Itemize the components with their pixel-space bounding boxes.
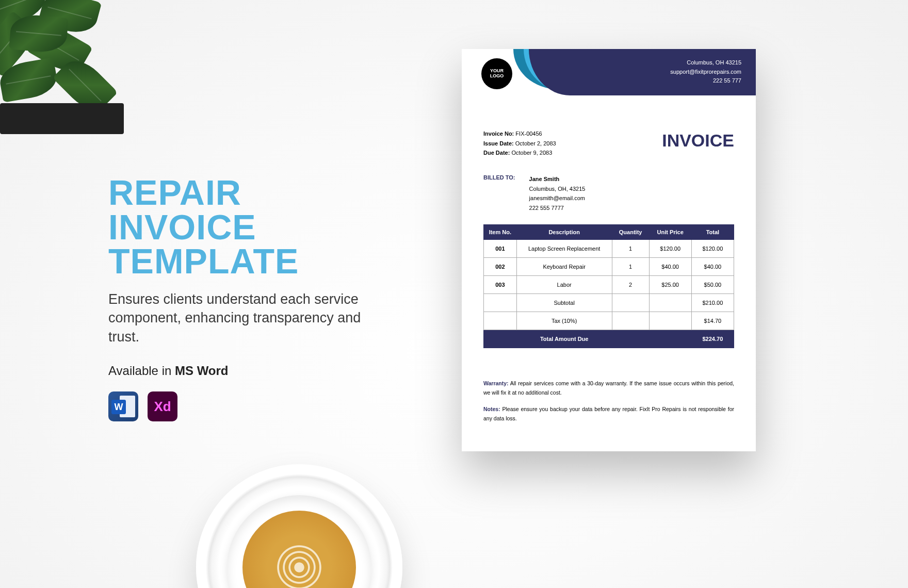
cell-total: $40.00: [691, 258, 734, 276]
coffee-decor: [196, 464, 402, 588]
cell-description: Laptop Screen Replacement: [516, 240, 612, 258]
company-info: Columbus, OH 43215 support@fixitprorepai…: [670, 58, 741, 86]
doc-header: YOUR LOGO Columbus, OH 43215 support@fix…: [462, 49, 756, 111]
promo-title: REPAIR INVOICE TEMPLATE: [108, 175, 377, 279]
subtotal-value: $210.00: [691, 294, 734, 312]
subtotal-row: Subtotal $210.00: [484, 294, 734, 312]
cell-description: Labor: [516, 276, 612, 294]
items-table: Item No. Description Quantity Unit Price…: [483, 224, 734, 348]
table-row: 002 Keyboard Repair 1 $40.00 $40.00: [484, 258, 734, 276]
col-unit-price: Unit Price: [649, 225, 691, 240]
logo-line2: LOGO: [490, 74, 504, 79]
cell-quantity: 1: [612, 258, 649, 276]
col-quantity: Quantity: [612, 225, 649, 240]
cell-total: $50.00: [691, 276, 734, 294]
promo-title-line1: REPAIR: [108, 173, 241, 212]
cell-item-no: 001: [484, 240, 517, 258]
available-prefix: Available in: [108, 364, 175, 378]
table-row: 003 Labor 2 $25.00 $50.00: [484, 276, 734, 294]
due-date-label: Due Date:: [483, 150, 510, 156]
tax-row: Tax (10%) $14.70: [484, 312, 734, 330]
promo-title-line3: TEMPLATE: [108, 241, 299, 281]
company-email: support@fixitprorepairs.com: [670, 68, 741, 77]
plant-decor: [0, 0, 155, 134]
billed-to: BILLED TO: Jane Smith Columbus, OH, 4321…: [483, 174, 585, 213]
billed-name: Jane Smith: [529, 176, 560, 182]
invoice-document: YOUR LOGO Columbus, OH 43215 support@fix…: [462, 49, 756, 451]
billed-addr: Columbus, OH, 43215: [529, 186, 586, 192]
company-phone: 222 55 777: [670, 76, 741, 86]
xd-icon: Xd: [148, 391, 177, 421]
available-in: Available in MS Word: [108, 364, 377, 378]
cell-unit-price: $25.00: [649, 276, 691, 294]
warranty-text: All repair services come with a 30-day w…: [483, 380, 734, 396]
col-description: Description: [516, 225, 612, 240]
warranty-label: Warranty:: [483, 380, 509, 386]
word-letter: W: [111, 400, 126, 414]
tax-value: $14.70: [691, 312, 734, 330]
cell-quantity: 1: [612, 240, 649, 258]
billed-label: BILLED TO:: [483, 174, 515, 181]
available-app: MS Word: [175, 364, 229, 378]
billed-details: Jane Smith Columbus, OH, 43215 janesmith…: [529, 174, 586, 213]
cell-total: $120.00: [691, 240, 734, 258]
issue-date: October 2, 2083: [515, 140, 556, 146]
logo-circle: YOUR LOGO: [481, 58, 512, 89]
company-city: Columbus, OH 43215: [670, 58, 741, 68]
notes-block: Warranty: All repair services come with …: [483, 379, 734, 430]
cell-unit-price: $40.00: [649, 258, 691, 276]
promo-block: REPAIR INVOICE TEMPLATE Ensures clients …: [108, 175, 377, 421]
invoice-title: INVOICE: [662, 130, 734, 151]
app-icons: W Xd: [108, 391, 377, 421]
issue-date-label: Issue Date:: [483, 140, 514, 146]
plant-pot: [0, 103, 124, 134]
total-row: Total Amount Due $224.70: [484, 330, 734, 348]
tax-label: Tax (10%): [516, 312, 612, 330]
invoice-meta: Invoice No: FIX-00456 Issue Date: Octobe…: [483, 129, 556, 158]
table-header-row: Item No. Description Quantity Unit Price…: [484, 225, 734, 240]
promo-title-line2: INVOICE: [108, 207, 256, 247]
notes-text: Please ensure you backup your data befor…: [483, 406, 734, 421]
promo-subtitle: Ensures clients understand each service …: [108, 290, 377, 346]
cell-quantity: 2: [612, 276, 649, 294]
total-value: $224.70: [691, 330, 734, 348]
cell-item-no: 002: [484, 258, 517, 276]
col-total: Total: [691, 225, 734, 240]
invoice-no: FIX-00456: [515, 130, 542, 137]
col-item-no: Item No.: [484, 225, 517, 240]
total-label: Total Amount Due: [516, 330, 612, 348]
invoice-no-label: Invoice No:: [483, 130, 514, 137]
table-row: 001 Laptop Screen Replacement 1 $120.00 …: [484, 240, 734, 258]
msword-icon: W: [108, 391, 138, 421]
billed-email: janesmith@email.com: [529, 195, 585, 201]
cell-unit-price: $120.00: [649, 240, 691, 258]
subtotal-label: Subtotal: [516, 294, 612, 312]
billed-phone: 222 555 7777: [529, 205, 564, 211]
due-date: October 9, 2083: [511, 150, 552, 156]
cell-description: Keyboard Repair: [516, 258, 612, 276]
cell-item-no: 003: [484, 276, 517, 294]
notes-label: Notes:: [483, 406, 500, 412]
plant-leaves: [0, 0, 134, 113]
